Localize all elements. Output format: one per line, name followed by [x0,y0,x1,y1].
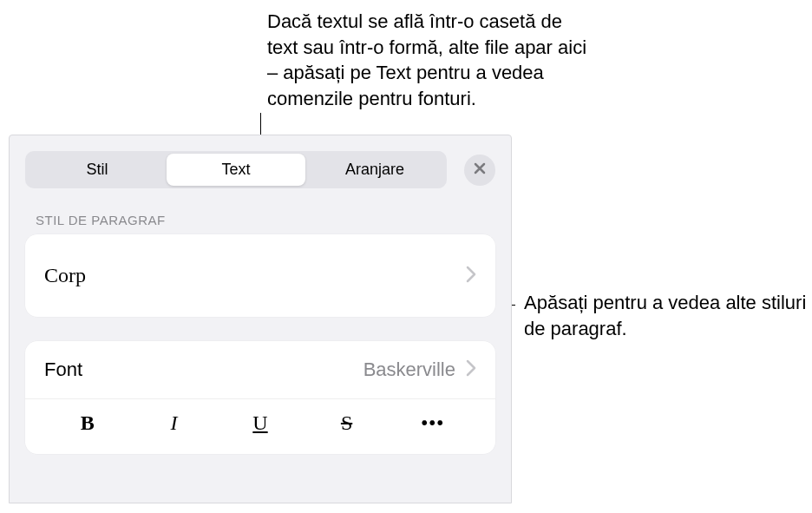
font-card: Font Baskerville B I U S ••• [25,341,495,454]
close-button[interactable] [464,155,495,186]
tab-stil[interactable]: Stil [28,154,167,186]
style-buttons-row: B I U S ••• [25,399,495,454]
format-panel: Stil Text Aranjare STIL DE PARAGRAF Corp… [9,135,512,503]
font-name: Baskerville [363,358,455,381]
strikethrough-button[interactable]: S [304,411,390,435]
font-value-wrap: Baskerville [363,358,476,381]
underline-button[interactable]: U [217,411,304,435]
paragraph-style-row[interactable]: Corp [25,234,495,317]
font-row[interactable]: Font Baskerville [25,341,495,399]
paragraph-style-card: Corp [25,234,495,317]
close-icon [473,161,487,179]
tab-aranjare[interactable]: Aranjare [305,154,444,186]
tab-group: Stil Text Aranjare [25,151,447,188]
font-label: Font [44,358,82,381]
tab-text[interactable]: Text [167,154,305,186]
italic-button[interactable]: I [131,411,218,435]
paragraph-style-value: Corp [44,264,86,287]
callout-right: Apăsați pentru a vedea alte stiluri de p… [524,290,810,341]
paragraph-style-header: STIL DE PARAGRAF [10,197,511,234]
chevron-right-icon [466,266,476,286]
callout-top: Dacă textul se află într-o casetă de tex… [267,9,597,112]
panel-header: Stil Text Aranjare [10,135,511,197]
bold-button[interactable]: B [44,411,131,435]
chevron-right-icon [466,359,476,380]
more-button[interactable]: ••• [390,411,476,435]
